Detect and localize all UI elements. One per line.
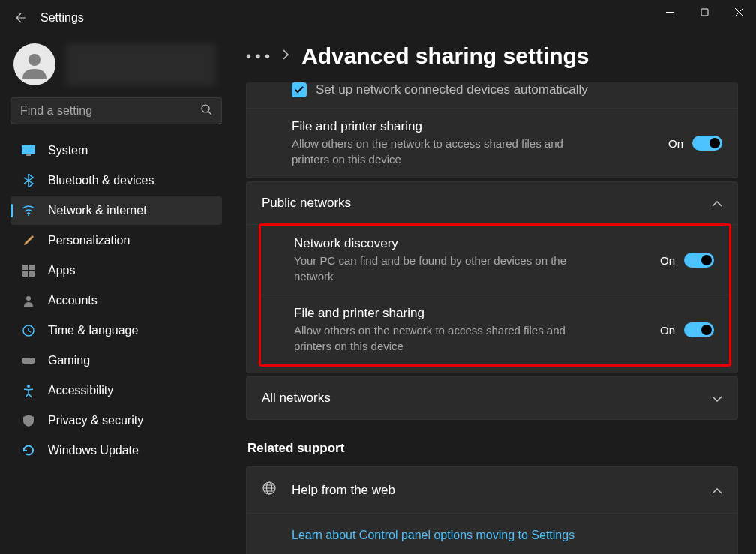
- search-input[interactable]: [20, 104, 200, 118]
- svg-point-2: [202, 105, 209, 112]
- nav-item-accessibility[interactable]: Accessibility: [10, 376, 222, 405]
- bluetooth-icon: [21, 173, 36, 188]
- gamepad-icon: [21, 353, 36, 368]
- svg-rect-3: [22, 145, 35, 154]
- nav-label: Personalization: [48, 234, 130, 247]
- back-button[interactable]: [14, 10, 28, 25]
- nav-label: System: [48, 144, 88, 157]
- file-share-row-private: File and printer sharing Allow others on…: [247, 108, 737, 178]
- nav-item-network[interactable]: Network & internet: [10, 196, 222, 225]
- nav-item-update[interactable]: Windows Update: [10, 436, 222, 465]
- chevron-right-icon: [282, 49, 290, 63]
- user-account-row[interactable]: [10, 43, 222, 85]
- svg-rect-8: [22, 271, 28, 277]
- nav-label: Gaming: [48, 354, 90, 367]
- accessibility-icon: [21, 383, 36, 398]
- apps-icon: [21, 263, 36, 278]
- nav-label: Accounts: [48, 294, 98, 307]
- toggle-switch[interactable]: [684, 253, 714, 268]
- page-header: • • • Advanced sharing settings: [246, 43, 738, 69]
- svg-rect-0: [701, 9, 708, 16]
- highlighted-settings: Network discovery Your PC can find and b…: [259, 223, 731, 367]
- page-title: Advanced sharing settings: [302, 43, 589, 69]
- nav-item-system[interactable]: System: [10, 136, 222, 165]
- auto-setup-row[interactable]: Set up network connected devices automat…: [247, 82, 737, 108]
- svg-rect-7: [29, 265, 34, 270]
- maximize-button[interactable]: [687, 0, 722, 24]
- public-networks-card: Public networks Network discovery Your P…: [246, 181, 738, 373]
- svg-rect-9: [29, 271, 34, 277]
- nav-item-gaming[interactable]: Gaming: [10, 346, 222, 375]
- person-icon: [21, 293, 36, 308]
- nav-item-time[interactable]: Time & language: [10, 316, 222, 345]
- setting-title: Network discovery: [294, 236, 660, 251]
- expander-title: All networks: [262, 391, 331, 406]
- search-icon: [200, 103, 212, 118]
- user-info-redacted: [66, 43, 216, 85]
- private-networks-card: Set up network connected devices automat…: [246, 82, 738, 178]
- nav-label: Accessibility: [48, 384, 113, 397]
- monitor-icon: [21, 143, 36, 158]
- nav-label: Bluetooth & devices: [48, 174, 154, 187]
- toggle-switch[interactable]: [692, 136, 722, 151]
- nav-label: Apps: [48, 264, 75, 277]
- toggle-switch[interactable]: [684, 322, 714, 337]
- titlebar: Settings: [0, 0, 756, 36]
- nav-label: Privacy & security: [48, 414, 143, 427]
- svg-rect-6: [22, 265, 28, 270]
- nav-item-personalization[interactable]: Personalization: [10, 226, 222, 255]
- search-box[interactable]: [10, 97, 222, 124]
- globe-icon: [262, 481, 277, 499]
- auto-setup-label: Set up network connected devices automat…: [316, 82, 588, 97]
- checkbox-checked-icon[interactable]: [292, 82, 307, 97]
- related-support-label: Related support: [248, 441, 738, 456]
- all-networks-header[interactable]: All networks: [247, 377, 737, 419]
- chevron-down-icon: [712, 391, 722, 406]
- nav-item-apps[interactable]: Apps: [10, 256, 222, 285]
- nav-label: Windows Update: [48, 444, 139, 457]
- svg-point-5: [28, 214, 29, 216]
- svg-point-1: [28, 54, 40, 66]
- wifi-icon: [21, 203, 36, 218]
- sidebar: System Bluetooth & devices Network & int…: [0, 36, 232, 554]
- window-controls: [652, 12, 756, 24]
- nav-label: Time & language: [48, 324, 138, 337]
- help-link[interactable]: Learn about Control panel options moving…: [292, 529, 574, 541]
- svg-point-10: [26, 296, 31, 301]
- help-header[interactable]: Help from the web: [247, 467, 737, 513]
- setting-title: File and printer sharing: [292, 119, 668, 134]
- setting-title: File and printer sharing: [294, 306, 660, 321]
- chevron-up-icon: [712, 196, 722, 211]
- avatar: [14, 43, 56, 85]
- help-card: Help from the web Learn about Control pa…: [246, 466, 738, 554]
- breadcrumb-ellipsis[interactable]: • • •: [246, 48, 270, 65]
- setting-desc: Allow others on the network to access sh…: [292, 136, 584, 167]
- nav-item-accounts[interactable]: Accounts: [10, 286, 222, 315]
- shield-icon: [21, 413, 36, 428]
- brush-icon: [21, 233, 36, 248]
- all-networks-card: All networks: [246, 376, 738, 420]
- file-share-row-public: File and printer sharing Allow others on…: [261, 295, 729, 364]
- close-button[interactable]: [722, 0, 756, 24]
- nav-item-privacy[interactable]: Privacy & security: [10, 406, 222, 435]
- public-networks-header[interactable]: Public networks: [247, 182, 737, 224]
- setting-desc: Allow others on the network to access sh…: [294, 322, 586, 354]
- toggle-state: On: [660, 324, 675, 337]
- setting-desc: Your PC can find and be found by other d…: [294, 253, 586, 284]
- clock-icon: [21, 323, 36, 338]
- nav-item-bluetooth[interactable]: Bluetooth & devices: [10, 166, 222, 195]
- main-content: • • • Advanced sharing settings Set up n…: [232, 36, 756, 554]
- nav-label: Network & internet: [48, 204, 147, 217]
- svg-point-13: [27, 385, 30, 388]
- toggle-state: On: [668, 137, 683, 150]
- svg-rect-4: [26, 154, 31, 156]
- app-title: Settings: [40, 11, 84, 25]
- toggle-state: On: [660, 254, 675, 267]
- chevron-up-icon: [712, 484, 722, 497]
- minimize-button[interactable]: [652, 0, 687, 24]
- update-icon: [21, 443, 36, 458]
- help-title: Help from the web: [292, 483, 395, 498]
- expander-title: Public networks: [262, 196, 351, 211]
- nav-list: System Bluetooth & devices Network & int…: [10, 136, 222, 465]
- svg-rect-12: [22, 358, 35, 364]
